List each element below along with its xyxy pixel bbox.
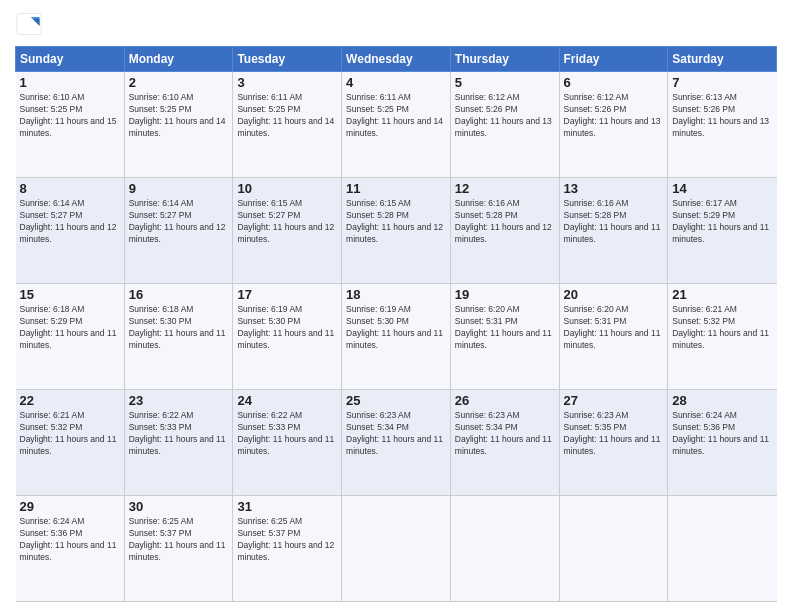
logo	[15, 10, 47, 38]
calendar-cell: 17Sunrise: 6:19 AMSunset: 5:30 PMDayligh…	[233, 284, 342, 390]
calendar-cell: 13Sunrise: 6:16 AMSunset: 5:28 PMDayligh…	[559, 178, 668, 284]
calendar-cell: 12Sunrise: 6:16 AMSunset: 5:28 PMDayligh…	[450, 178, 559, 284]
day-number: 15	[20, 287, 120, 302]
day-detail: Sunrise: 6:21 AMSunset: 5:32 PMDaylight:…	[20, 410, 120, 458]
calendar-cell: 28Sunrise: 6:24 AMSunset: 5:36 PMDayligh…	[668, 390, 777, 496]
calendar-cell: 20Sunrise: 6:20 AMSunset: 5:31 PMDayligh…	[559, 284, 668, 390]
calendar-cell: 2Sunrise: 6:10 AMSunset: 5:25 PMDaylight…	[124, 72, 233, 178]
weekday-header: Monday	[124, 47, 233, 72]
day-number: 14	[672, 181, 772, 196]
day-number: 19	[455, 287, 555, 302]
day-number: 22	[20, 393, 120, 408]
day-number: 20	[564, 287, 664, 302]
day-number: 24	[237, 393, 337, 408]
calendar-cell: 26Sunrise: 6:23 AMSunset: 5:34 PMDayligh…	[450, 390, 559, 496]
calendar-cell: 5Sunrise: 6:12 AMSunset: 5:26 PMDaylight…	[450, 72, 559, 178]
weekday-header: Tuesday	[233, 47, 342, 72]
calendar-cell: 31Sunrise: 6:25 AMSunset: 5:37 PMDayligh…	[233, 496, 342, 602]
day-number: 10	[237, 181, 337, 196]
day-number: 29	[20, 499, 120, 514]
calendar-cell	[559, 496, 668, 602]
day-detail: Sunrise: 6:10 AMSunset: 5:25 PMDaylight:…	[129, 92, 229, 140]
calendar-cell: 24Sunrise: 6:22 AMSunset: 5:33 PMDayligh…	[233, 390, 342, 496]
calendar-cell	[450, 496, 559, 602]
day-detail: Sunrise: 6:23 AMSunset: 5:34 PMDaylight:…	[346, 410, 446, 458]
calendar-cell: 30Sunrise: 6:25 AMSunset: 5:37 PMDayligh…	[124, 496, 233, 602]
day-detail: Sunrise: 6:12 AMSunset: 5:26 PMDaylight:…	[455, 92, 555, 140]
calendar-table: SundayMondayTuesdayWednesdayThursdayFrid…	[15, 46, 777, 602]
day-detail: Sunrise: 6:17 AMSunset: 5:29 PMDaylight:…	[672, 198, 772, 246]
day-number: 3	[237, 75, 337, 90]
day-number: 26	[455, 393, 555, 408]
logo-icon	[15, 10, 43, 38]
day-detail: Sunrise: 6:11 AMSunset: 5:25 PMDaylight:…	[237, 92, 337, 140]
weekday-header: Thursday	[450, 47, 559, 72]
day-number: 18	[346, 287, 446, 302]
weekday-header: Wednesday	[342, 47, 451, 72]
calendar-cell	[668, 496, 777, 602]
calendar-cell: 9Sunrise: 6:14 AMSunset: 5:27 PMDaylight…	[124, 178, 233, 284]
day-detail: Sunrise: 6:15 AMSunset: 5:28 PMDaylight:…	[346, 198, 446, 246]
day-number: 5	[455, 75, 555, 90]
day-detail: Sunrise: 6:19 AMSunset: 5:30 PMDaylight:…	[237, 304, 337, 352]
calendar-week-row: 15Sunrise: 6:18 AMSunset: 5:29 PMDayligh…	[16, 284, 777, 390]
day-detail: Sunrise: 6:23 AMSunset: 5:35 PMDaylight:…	[564, 410, 664, 458]
day-detail: Sunrise: 6:14 AMSunset: 5:27 PMDaylight:…	[20, 198, 120, 246]
calendar-cell: 4Sunrise: 6:11 AMSunset: 5:25 PMDaylight…	[342, 72, 451, 178]
calendar-cell: 29Sunrise: 6:24 AMSunset: 5:36 PMDayligh…	[16, 496, 125, 602]
calendar-cell: 11Sunrise: 6:15 AMSunset: 5:28 PMDayligh…	[342, 178, 451, 284]
day-detail: Sunrise: 6:16 AMSunset: 5:28 PMDaylight:…	[455, 198, 555, 246]
day-detail: Sunrise: 6:15 AMSunset: 5:27 PMDaylight:…	[237, 198, 337, 246]
day-number: 21	[672, 287, 772, 302]
day-detail: Sunrise: 6:18 AMSunset: 5:30 PMDaylight:…	[129, 304, 229, 352]
calendar-cell: 19Sunrise: 6:20 AMSunset: 5:31 PMDayligh…	[450, 284, 559, 390]
day-number: 4	[346, 75, 446, 90]
calendar-cell: 8Sunrise: 6:14 AMSunset: 5:27 PMDaylight…	[16, 178, 125, 284]
day-detail: Sunrise: 6:20 AMSunset: 5:31 PMDaylight:…	[564, 304, 664, 352]
day-number: 23	[129, 393, 229, 408]
calendar-cell: 14Sunrise: 6:17 AMSunset: 5:29 PMDayligh…	[668, 178, 777, 284]
day-detail: Sunrise: 6:12 AMSunset: 5:26 PMDaylight:…	[564, 92, 664, 140]
calendar-cell: 10Sunrise: 6:15 AMSunset: 5:27 PMDayligh…	[233, 178, 342, 284]
calendar-cell: 15Sunrise: 6:18 AMSunset: 5:29 PMDayligh…	[16, 284, 125, 390]
calendar-cell: 25Sunrise: 6:23 AMSunset: 5:34 PMDayligh…	[342, 390, 451, 496]
header	[15, 10, 777, 38]
day-number: 12	[455, 181, 555, 196]
svg-rect-0	[17, 14, 42, 35]
day-detail: Sunrise: 6:13 AMSunset: 5:26 PMDaylight:…	[672, 92, 772, 140]
calendar-header: SundayMondayTuesdayWednesdayThursdayFrid…	[16, 47, 777, 72]
day-detail: Sunrise: 6:20 AMSunset: 5:31 PMDaylight:…	[455, 304, 555, 352]
calendar-body: 1Sunrise: 6:10 AMSunset: 5:25 PMDaylight…	[16, 72, 777, 602]
calendar-cell	[342, 496, 451, 602]
day-number: 13	[564, 181, 664, 196]
day-number: 27	[564, 393, 664, 408]
day-number: 6	[564, 75, 664, 90]
day-detail: Sunrise: 6:11 AMSunset: 5:25 PMDaylight:…	[346, 92, 446, 140]
day-detail: Sunrise: 6:19 AMSunset: 5:30 PMDaylight:…	[346, 304, 446, 352]
header-row: SundayMondayTuesdayWednesdayThursdayFrid…	[16, 47, 777, 72]
day-number: 9	[129, 181, 229, 196]
calendar-cell: 27Sunrise: 6:23 AMSunset: 5:35 PMDayligh…	[559, 390, 668, 496]
calendar-cell: 16Sunrise: 6:18 AMSunset: 5:30 PMDayligh…	[124, 284, 233, 390]
calendar-cell: 18Sunrise: 6:19 AMSunset: 5:30 PMDayligh…	[342, 284, 451, 390]
day-detail: Sunrise: 6:21 AMSunset: 5:32 PMDaylight:…	[672, 304, 772, 352]
calendar-cell: 21Sunrise: 6:21 AMSunset: 5:32 PMDayligh…	[668, 284, 777, 390]
calendar-cell: 22Sunrise: 6:21 AMSunset: 5:32 PMDayligh…	[16, 390, 125, 496]
calendar-cell: 6Sunrise: 6:12 AMSunset: 5:26 PMDaylight…	[559, 72, 668, 178]
day-number: 7	[672, 75, 772, 90]
day-detail: Sunrise: 6:23 AMSunset: 5:34 PMDaylight:…	[455, 410, 555, 458]
day-number: 17	[237, 287, 337, 302]
page: SundayMondayTuesdayWednesdayThursdayFrid…	[0, 0, 792, 612]
day-number: 16	[129, 287, 229, 302]
calendar-cell: 23Sunrise: 6:22 AMSunset: 5:33 PMDayligh…	[124, 390, 233, 496]
day-detail: Sunrise: 6:24 AMSunset: 5:36 PMDaylight:…	[20, 516, 120, 564]
day-detail: Sunrise: 6:25 AMSunset: 5:37 PMDaylight:…	[237, 516, 337, 564]
day-detail: Sunrise: 6:14 AMSunset: 5:27 PMDaylight:…	[129, 198, 229, 246]
calendar-cell: 1Sunrise: 6:10 AMSunset: 5:25 PMDaylight…	[16, 72, 125, 178]
day-number: 8	[20, 181, 120, 196]
day-number: 25	[346, 393, 446, 408]
day-detail: Sunrise: 6:24 AMSunset: 5:36 PMDaylight:…	[672, 410, 772, 458]
weekday-header: Friday	[559, 47, 668, 72]
day-detail: Sunrise: 6:16 AMSunset: 5:28 PMDaylight:…	[564, 198, 664, 246]
day-number: 30	[129, 499, 229, 514]
